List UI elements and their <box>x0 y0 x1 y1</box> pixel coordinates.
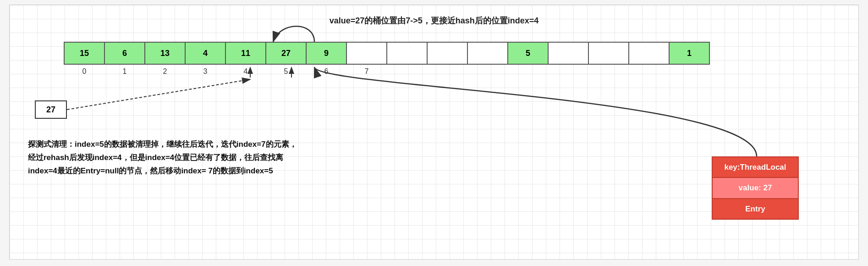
array-cell-0: 15 <box>64 42 105 65</box>
array-cell-1: 6 <box>104 42 145 65</box>
desc-line: 探测式清理：index=5的数据被清理掉，继续往后迭代，迭代index=7的元素… <box>28 138 297 151</box>
array-cell-14 <box>628 42 670 65</box>
array-cell-7 <box>346 42 387 65</box>
index-label-1: 1 <box>104 67 145 76</box>
entry-label-row: Entry <box>712 199 799 220</box>
array-cell-5: 27 <box>265 42 307 65</box>
index-label-6: 6 <box>306 67 347 76</box>
array-row: 1561341127951 <box>65 42 710 65</box>
index-label-13 <box>588 67 629 76</box>
index-label-15 <box>669 67 710 76</box>
index-label-14 <box>628 67 670 76</box>
desc-line: index=4最近的Entry=null的节点，然后移动index= 7的数据到… <box>28 165 297 178</box>
index-label-2: 2 <box>144 67 186 76</box>
index-label-4: 4 <box>225 67 266 76</box>
array-cell-4: 11 <box>225 42 266 65</box>
page-title: value=27的桶位置由7->5，更接近hash后的位置index=4 <box>330 15 539 26</box>
array-cell-11: 5 <box>507 42 549 65</box>
index-label-0: 0 <box>64 67 105 76</box>
index-row: 01234567 <box>65 67 710 76</box>
array-cell-13 <box>588 42 629 65</box>
desc-line: 经过rehash后发现index=4，但是index=4位置已经有了数据，往后查… <box>28 151 297 165</box>
index-label-11 <box>507 67 549 76</box>
array-cell-2: 13 <box>144 42 186 65</box>
array-cell-15: 1 <box>669 42 710 65</box>
svg-line-0 <box>67 79 250 110</box>
index-label-3: 3 <box>185 67 226 76</box>
entry-card: key:ThreadLocal value: 27 Entry <box>712 156 799 220</box>
index-label-12 <box>548 67 589 76</box>
index-label-8 <box>386 67 428 76</box>
entry-key-row: key:ThreadLocal <box>712 156 799 177</box>
entry-value-row: value: 27 <box>712 177 799 199</box>
index-label-10 <box>467 67 508 76</box>
array-cell-3: 4 <box>185 42 226 65</box>
index-label-5: 5 <box>265 67 307 76</box>
array-cell-10 <box>467 42 508 65</box>
array-cell-6: 9 <box>306 42 347 65</box>
index-label-7: 7 <box>346 67 387 76</box>
array-cell-8 <box>386 42 428 65</box>
description-text: 探测式清理：index=5的数据被清理掉，继续往后迭代，迭代index=7的元素… <box>28 138 297 178</box>
array-cell-12 <box>548 42 589 65</box>
main-container: value=27的桶位置由7->5，更接近hash后的位置index=4 156… <box>9 5 859 260</box>
array-cell-9 <box>427 42 468 65</box>
value-box: 27 <box>35 100 67 119</box>
index-label-9 <box>427 67 468 76</box>
